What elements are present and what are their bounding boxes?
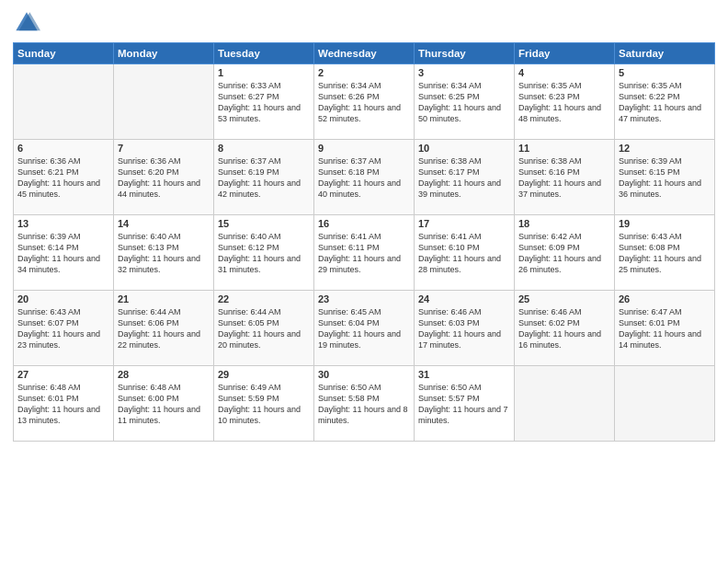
day-info: Sunrise: 6:46 AM Sunset: 6:03 PM Dayligh…	[418, 306, 510, 351]
day-number: 15	[218, 218, 310, 229]
calendar-cell: 12Sunrise: 6:39 AM Sunset: 6:15 PM Dayli…	[615, 140, 715, 215]
calendar-cell: 14Sunrise: 6:40 AM Sunset: 6:13 PM Dayli…	[114, 215, 214, 291]
day-number: 14	[118, 218, 210, 229]
calendar-cell	[114, 64, 214, 140]
day-number: 31	[418, 369, 510, 380]
day-info: Sunrise: 6:41 AM Sunset: 6:11 PM Dayligh…	[318, 231, 410, 276]
calendar-cell: 22Sunrise: 6:44 AM Sunset: 6:05 PM Dayli…	[214, 291, 314, 366]
calendar-cell: 7Sunrise: 6:36 AM Sunset: 6:20 PM Daylig…	[114, 140, 214, 215]
calendar-cell: 6Sunrise: 6:36 AM Sunset: 6:21 PM Daylig…	[14, 140, 114, 215]
day-info: Sunrise: 6:37 AM Sunset: 6:19 PM Dayligh…	[218, 155, 310, 201]
day-number: 29	[218, 369, 310, 380]
calendar-dow-sunday: Sunday	[14, 43, 114, 64]
day-number: 9	[318, 143, 410, 154]
calendar-cell: 17Sunrise: 6:41 AM Sunset: 6:10 PM Dayli…	[415, 215, 515, 291]
generalblue-logo-icon	[13, 9, 40, 37]
day-info: Sunrise: 6:36 AM Sunset: 6:21 PM Dayligh…	[17, 155, 109, 201]
day-info: Sunrise: 6:50 AM Sunset: 5:58 PM Dayligh…	[318, 382, 410, 427]
day-number: 25	[518, 293, 610, 304]
day-info: Sunrise: 6:37 AM Sunset: 6:18 PM Dayligh…	[318, 155, 410, 201]
logo	[13, 9, 42, 37]
day-info: Sunrise: 6:48 AM Sunset: 6:00 PM Dayligh…	[118, 382, 210, 427]
calendar-table: SundayMondayTuesdayWednesdayThursdayFrid…	[13, 42, 715, 442]
calendar-week-row: 20Sunrise: 6:43 AM Sunset: 6:07 PM Dayli…	[14, 291, 715, 366]
calendar-dow-saturday: Saturday	[615, 43, 715, 64]
day-number: 27	[17, 369, 109, 380]
day-number: 4	[518, 67, 610, 78]
calendar-cell: 25Sunrise: 6:46 AM Sunset: 6:02 PM Dayli…	[515, 291, 615, 366]
calendar-week-row: 1Sunrise: 6:33 AM Sunset: 6:27 PM Daylig…	[14, 64, 715, 140]
header	[13, 9, 715, 37]
day-number: 23	[318, 293, 410, 304]
calendar-cell	[14, 64, 114, 140]
day-info: Sunrise: 6:44 AM Sunset: 6:06 PM Dayligh…	[118, 306, 210, 351]
calendar-cell: 23Sunrise: 6:45 AM Sunset: 6:04 PM Dayli…	[314, 291, 415, 366]
day-number: 1	[218, 67, 310, 78]
day-info: Sunrise: 6:35 AM Sunset: 6:22 PM Dayligh…	[619, 80, 711, 125]
day-number: 10	[418, 143, 510, 154]
day-info: Sunrise: 6:43 AM Sunset: 6:07 PM Dayligh…	[17, 306, 109, 351]
day-info: Sunrise: 6:38 AM Sunset: 6:17 PM Dayligh…	[418, 155, 510, 201]
calendar-header-row: SundayMondayTuesdayWednesdayThursdayFrid…	[14, 43, 715, 64]
calendar-cell: 5Sunrise: 6:35 AM Sunset: 6:22 PM Daylig…	[615, 64, 715, 140]
day-info: Sunrise: 6:36 AM Sunset: 6:20 PM Dayligh…	[118, 155, 210, 201]
day-number: 8	[218, 143, 310, 154]
day-info: Sunrise: 6:45 AM Sunset: 6:04 PM Dayligh…	[318, 306, 410, 351]
day-number: 17	[418, 218, 510, 229]
day-number: 11	[518, 143, 610, 154]
day-number: 22	[218, 293, 310, 304]
calendar-cell: 9Sunrise: 6:37 AM Sunset: 6:18 PM Daylig…	[314, 140, 415, 215]
day-number: 12	[619, 143, 711, 154]
day-info: Sunrise: 6:40 AM Sunset: 6:12 PM Dayligh…	[218, 231, 310, 276]
day-info: Sunrise: 6:46 AM Sunset: 6:02 PM Dayligh…	[518, 306, 610, 351]
calendar-dow-friday: Friday	[515, 43, 615, 64]
day-info: Sunrise: 6:38 AM Sunset: 6:16 PM Dayligh…	[518, 155, 610, 201]
calendar-cell: 11Sunrise: 6:38 AM Sunset: 6:16 PM Dayli…	[515, 140, 615, 215]
day-number: 16	[318, 218, 410, 229]
calendar-cell: 27Sunrise: 6:48 AM Sunset: 6:01 PM Dayli…	[14, 366, 114, 442]
day-number: 13	[17, 218, 109, 229]
calendar-week-row: 13Sunrise: 6:39 AM Sunset: 6:14 PM Dayli…	[14, 215, 715, 291]
calendar-cell: 3Sunrise: 6:34 AM Sunset: 6:25 PM Daylig…	[415, 64, 515, 140]
calendar-cell: 8Sunrise: 6:37 AM Sunset: 6:19 PM Daylig…	[214, 140, 314, 215]
day-info: Sunrise: 6:39 AM Sunset: 6:15 PM Dayligh…	[619, 155, 711, 201]
calendar-cell: 28Sunrise: 6:48 AM Sunset: 6:00 PM Dayli…	[114, 366, 214, 442]
calendar-week-row: 27Sunrise: 6:48 AM Sunset: 6:01 PM Dayli…	[14, 366, 715, 442]
day-info: Sunrise: 6:34 AM Sunset: 6:25 PM Dayligh…	[418, 80, 510, 125]
day-number: 19	[619, 218, 711, 229]
calendar-cell: 31Sunrise: 6:50 AM Sunset: 5:57 PM Dayli…	[415, 366, 515, 442]
day-number: 24	[418, 293, 510, 304]
day-info: Sunrise: 6:41 AM Sunset: 6:10 PM Dayligh…	[418, 231, 510, 276]
day-info: Sunrise: 6:48 AM Sunset: 6:01 PM Dayligh…	[17, 382, 109, 427]
calendar-dow-wednesday: Wednesday	[314, 43, 415, 64]
day-number: 3	[418, 67, 510, 78]
calendar-cell: 1Sunrise: 6:33 AM Sunset: 6:27 PM Daylig…	[214, 64, 314, 140]
day-number: 30	[318, 369, 410, 380]
day-info: Sunrise: 6:33 AM Sunset: 6:27 PM Dayligh…	[218, 80, 310, 125]
calendar-cell: 4Sunrise: 6:35 AM Sunset: 6:23 PM Daylig…	[515, 64, 615, 140]
calendar-cell: 21Sunrise: 6:44 AM Sunset: 6:06 PM Dayli…	[114, 291, 214, 366]
day-info: Sunrise: 6:47 AM Sunset: 6:01 PM Dayligh…	[619, 306, 711, 351]
day-number: 20	[17, 293, 109, 304]
calendar-cell	[515, 366, 615, 442]
day-info: Sunrise: 6:43 AM Sunset: 6:08 PM Dayligh…	[619, 231, 711, 276]
day-number: 26	[619, 293, 711, 304]
calendar-dow-monday: Monday	[114, 43, 214, 64]
day-info: Sunrise: 6:44 AM Sunset: 6:05 PM Dayligh…	[218, 306, 310, 351]
calendar-cell: 15Sunrise: 6:40 AM Sunset: 6:12 PM Dayli…	[214, 215, 314, 291]
day-number: 7	[118, 143, 210, 154]
calendar-cell: 29Sunrise: 6:49 AM Sunset: 5:59 PM Dayli…	[214, 366, 314, 442]
calendar-cell: 10Sunrise: 6:38 AM Sunset: 6:17 PM Dayli…	[415, 140, 515, 215]
calendar-cell: 26Sunrise: 6:47 AM Sunset: 6:01 PM Dayli…	[615, 291, 715, 366]
calendar-dow-tuesday: Tuesday	[214, 43, 314, 64]
page: SundayMondayTuesdayWednesdayThursdayFrid…	[0, 0, 728, 563]
day-info: Sunrise: 6:42 AM Sunset: 6:09 PM Dayligh…	[518, 231, 610, 276]
calendar-cell: 13Sunrise: 6:39 AM Sunset: 6:14 PM Dayli…	[14, 215, 114, 291]
calendar-dow-thursday: Thursday	[415, 43, 515, 64]
day-info: Sunrise: 6:35 AM Sunset: 6:23 PM Dayligh…	[518, 80, 610, 125]
day-number: 18	[518, 218, 610, 229]
calendar-cell	[615, 366, 715, 442]
calendar-cell: 18Sunrise: 6:42 AM Sunset: 6:09 PM Dayli…	[515, 215, 615, 291]
day-number: 5	[619, 67, 711, 78]
calendar-cell: 2Sunrise: 6:34 AM Sunset: 6:26 PM Daylig…	[314, 64, 415, 140]
